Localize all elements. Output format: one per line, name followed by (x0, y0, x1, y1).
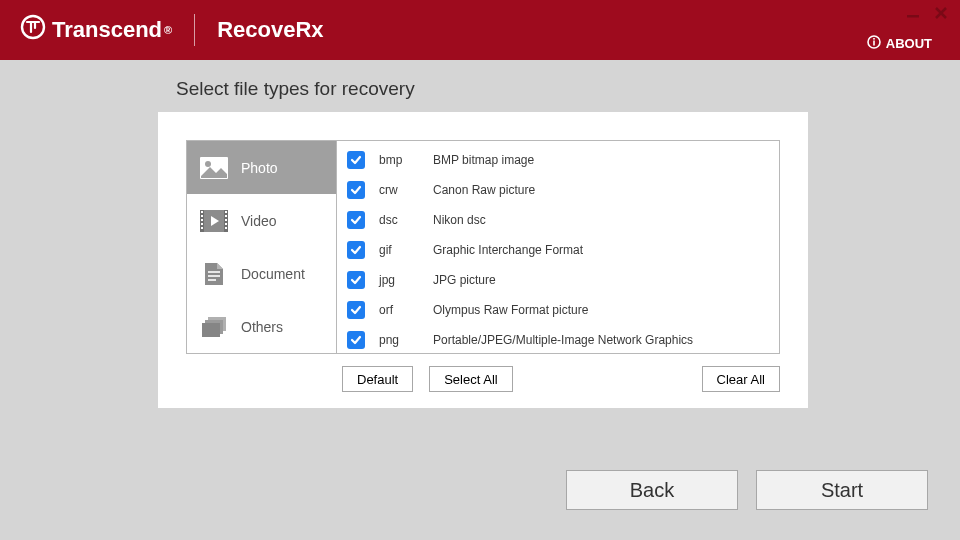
file-desc: Nikon dsc (433, 213, 486, 227)
transcend-logo-icon (20, 14, 46, 46)
file-desc: Portable/JPEG/Multiple-Image Network Gra… (433, 333, 693, 347)
svg-rect-1 (907, 15, 919, 18)
stack-icon (197, 315, 231, 339)
file-desc: Graphic Interchange Format (433, 243, 583, 257)
checkbox[interactable] (347, 301, 365, 319)
page-title: Select file types for recovery (176, 78, 960, 100)
svg-rect-13 (201, 223, 203, 225)
default-label: Default (357, 372, 398, 387)
select-all-button[interactable]: Select All (429, 366, 512, 392)
svg-rect-17 (225, 219, 227, 221)
file-row[interactable]: gif Graphic Interchange Format (337, 235, 779, 265)
video-icon (197, 209, 231, 233)
file-desc: Canon Raw picture (433, 183, 535, 197)
svg-rect-19 (225, 227, 227, 229)
select-all-label: Select All (444, 372, 497, 387)
header-divider (194, 14, 195, 46)
checkbox[interactable] (347, 331, 365, 349)
file-row[interactable]: dsc Nikon dsc (337, 205, 779, 235)
category-label: Photo (241, 160, 278, 176)
file-ext: dsc (379, 213, 433, 227)
about-button[interactable]: ABOUT (867, 35, 932, 52)
back-label: Back (630, 479, 674, 502)
file-ext: gif (379, 243, 433, 257)
checkbox[interactable] (347, 151, 365, 169)
file-list-container: bmp BMP bitmap image crw Canon Raw pictu… (337, 141, 779, 353)
svg-rect-12 (201, 219, 203, 221)
file-ext: crw (379, 183, 433, 197)
close-icon[interactable] (934, 6, 948, 20)
panel-button-row: Default Select All Clear All (186, 366, 780, 394)
file-desc: BMP bitmap image (433, 153, 534, 167)
file-ext: orf (379, 303, 433, 317)
product-name: RecoveRx (217, 17, 323, 43)
default-button[interactable]: Default (342, 366, 413, 392)
about-label: ABOUT (886, 36, 932, 51)
file-desc: JPG picture (433, 273, 496, 287)
svg-rect-18 (225, 223, 227, 225)
app-header: Transcend ® RecoveRx ABOUT (0, 0, 960, 60)
brand-name: Transcend (52, 17, 162, 43)
window-controls (906, 6, 948, 20)
document-icon (197, 261, 231, 287)
category-video[interactable]: Video (187, 194, 336, 247)
file-ext: png (379, 333, 433, 347)
svg-point-6 (205, 161, 211, 167)
checkbox[interactable] (347, 241, 365, 259)
start-button[interactable]: Start (756, 470, 928, 510)
file-ext: jpg (379, 273, 433, 287)
file-row[interactable]: orf Olympus Raw Format picture (337, 295, 779, 325)
svg-rect-14 (201, 227, 203, 229)
category-document[interactable]: Document (187, 247, 336, 300)
category-label: Video (241, 213, 277, 229)
category-photo[interactable]: Photo (187, 141, 336, 194)
svg-rect-11 (201, 215, 203, 217)
file-desc: Olympus Raw Format picture (433, 303, 588, 317)
category-label: Others (241, 319, 283, 335)
photo-icon (197, 156, 231, 180)
file-row[interactable]: jpg JPG picture (337, 265, 779, 295)
recovery-panel: Photo Video Document Others (158, 112, 808, 408)
file-ext: bmp (379, 153, 433, 167)
checkbox[interactable] (347, 271, 365, 289)
info-icon (867, 35, 881, 52)
file-row[interactable]: png Portable/JPEG/Multiple-Image Network… (337, 325, 779, 353)
svg-rect-16 (225, 215, 227, 217)
clear-all-label: Clear All (717, 372, 765, 387)
svg-rect-10 (201, 211, 203, 213)
brand-group: Transcend ® RecoveRx (0, 14, 324, 46)
svg-point-0 (22, 16, 44, 38)
category-list: Photo Video Document Others (187, 141, 337, 353)
checkbox[interactable] (347, 211, 365, 229)
back-button[interactable]: Back (566, 470, 738, 510)
brand-logo: Transcend ® (20, 14, 172, 46)
file-row[interactable]: bmp BMP bitmap image (337, 145, 779, 175)
svg-rect-25 (202, 323, 220, 337)
category-others[interactable]: Others (187, 300, 336, 353)
svg-rect-4 (873, 41, 875, 46)
panel-inner: Photo Video Document Others (186, 140, 780, 354)
start-label: Start (821, 479, 863, 502)
registered-mark: ® (164, 24, 172, 36)
checkbox[interactable] (347, 181, 365, 199)
category-label: Document (241, 266, 305, 282)
file-row[interactable]: crw Canon Raw picture (337, 175, 779, 205)
footer-buttons: Back Start (566, 470, 928, 510)
svg-rect-15 (225, 211, 227, 213)
svg-rect-3 (873, 38, 875, 40)
file-list[interactable]: bmp BMP bitmap image crw Canon Raw pictu… (337, 141, 779, 353)
clear-all-button[interactable]: Clear All (702, 366, 780, 392)
minimize-icon[interactable] (906, 6, 920, 20)
page-title-row: Select file types for recovery (0, 60, 960, 100)
